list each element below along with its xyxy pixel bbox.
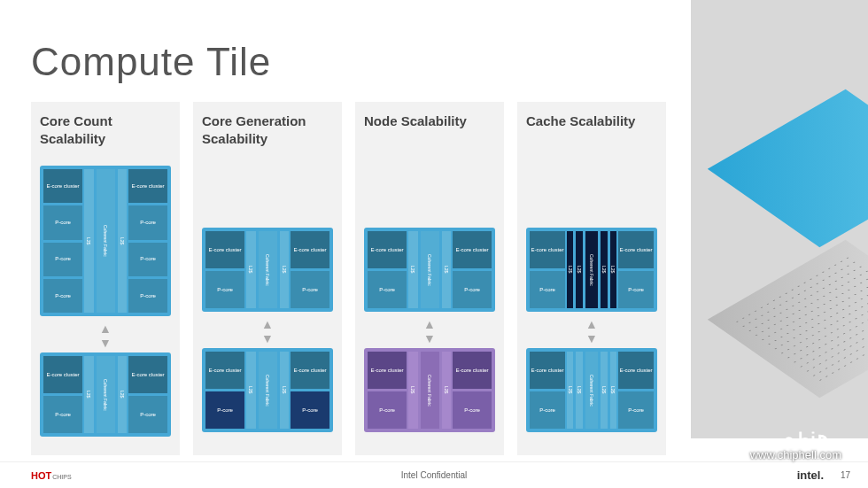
hero-graphic xyxy=(691,0,868,438)
swap-arrow-icon: ▲▼ xyxy=(40,321,171,350)
pcore-block: P-core xyxy=(43,205,82,239)
col-cache: Cache Scalability E-core clusterP-core L… xyxy=(517,102,666,455)
l2-block: L2$ xyxy=(84,169,94,313)
ecore-block: E-core cluster xyxy=(291,352,329,389)
ecore-block: E-core cluster xyxy=(128,356,167,393)
pcore-block: P-core xyxy=(530,271,565,308)
fabric-block: Coherent Fabric xyxy=(421,231,439,308)
ecore-block: E-core cluster xyxy=(43,356,82,393)
l2-block: L2$ xyxy=(576,352,582,429)
hotchips-logo: HOTCHIPS xyxy=(31,470,72,481)
ecore-block: E-core cluster xyxy=(368,231,407,268)
swap-arrow-icon: ▲▼ xyxy=(202,317,333,345)
l2-block: L2$ xyxy=(280,231,290,308)
fabric-block: Coherent Fabric xyxy=(585,231,599,308)
pcore-block: P-core xyxy=(453,271,492,308)
slide-title: Compute Tile xyxy=(31,40,271,84)
svg-point-0 xyxy=(852,451,859,458)
ecore-block: E-core cluster xyxy=(453,352,492,389)
l2-block: L2$ xyxy=(408,352,418,429)
col-core-count: Core Count Scalability E-core cluster P-… xyxy=(31,102,180,455)
l2-block: L2$ xyxy=(610,352,616,429)
pcore-block: P-core xyxy=(618,271,654,308)
ecore-block: E-core cluster xyxy=(205,352,244,389)
fabric-block: Coherent Fabric xyxy=(97,356,115,433)
pcore-block: P-core xyxy=(128,396,167,433)
fabric-block: Coherent Fabric xyxy=(97,169,115,313)
tile-purple: E-core clusterP-core L2$Coherent FabricL… xyxy=(364,348,495,432)
pcore-block: P-core xyxy=(128,243,167,276)
pcore-block: P-core xyxy=(530,391,565,429)
ecore-block: E-core cluster xyxy=(43,169,82,203)
col-head: Node Scalability xyxy=(364,112,495,148)
tile: E-core clusterP-core L2$L2$Coherent Fabr… xyxy=(526,348,657,432)
pcore-block: P-core xyxy=(43,396,82,433)
ecore-block: E-core cluster xyxy=(618,231,654,268)
l2-block: L2$ xyxy=(601,352,607,429)
footer: HOTCHIPS Intel Confidential intel. 17 xyxy=(0,461,868,488)
pcore-block: P-core xyxy=(43,243,82,276)
pcore-block: P-core xyxy=(128,205,167,239)
l2-block: L2$ xyxy=(601,231,607,308)
col-head: Cache Scalability xyxy=(526,112,657,148)
l2-block: L2$ xyxy=(576,231,582,308)
col-node: Node Scalability E-core clusterP-core L2… xyxy=(355,102,504,455)
columns: Core Count Scalability E-core cluster P-… xyxy=(31,102,666,455)
l2-block: L2$ xyxy=(567,352,573,429)
col-generation: Core Generation Scalability E-core clust… xyxy=(193,102,342,455)
col-head: Core Generation Scalability xyxy=(202,112,333,148)
ecore-block: E-core cluster xyxy=(291,231,329,268)
tile: E-core clusterP-core L2$Coherent FabricL… xyxy=(202,228,333,312)
page-number: 17 xyxy=(841,470,850,480)
swap-arrow-icon: ▲▼ xyxy=(526,317,657,345)
fabric-block: Coherent Fabric xyxy=(421,352,439,429)
l2-block: L2$ xyxy=(408,231,418,308)
ecore-block: E-core cluster xyxy=(530,352,565,389)
ecore-block: E-core cluster xyxy=(530,231,565,268)
pcore-block: P-core xyxy=(43,279,82,313)
l2-block: L2$ xyxy=(84,356,94,433)
l2-block: L2$ xyxy=(118,169,128,313)
ecore-block: E-core cluster xyxy=(368,352,407,389)
tile: E-core clusterP-core L2$Coherent FabricL… xyxy=(364,228,495,312)
ecore-block: E-core cluster xyxy=(205,231,244,268)
tile-big: E-core cluster P-core P-core P-core L2$ … xyxy=(40,166,171,316)
l2-block: L2$ xyxy=(246,352,256,429)
tile-small: E-core cluster P-core L2$Coherent Fabric… xyxy=(40,352,171,437)
ecore-block: E-core cluster xyxy=(618,352,654,389)
watermark-url: www.chiphell.com xyxy=(750,448,841,461)
pcore-block: P-core xyxy=(128,279,167,313)
l2-block: L2$ xyxy=(610,231,616,308)
pcore-block: P-core xyxy=(205,271,244,308)
intel-logo: intel. xyxy=(797,469,824,482)
tile-gen2: E-core clusterP-core L2$Coherent FabricL… xyxy=(202,348,333,432)
ecore-block: E-core cluster xyxy=(128,169,167,203)
fabric-block: Coherent Fabric xyxy=(259,352,277,429)
swap-arrow-icon: ▲▼ xyxy=(364,317,495,345)
pcore-block: P-core xyxy=(291,271,329,308)
pcore-block: P-core xyxy=(205,391,244,429)
fabric-block: Coherent Fabric xyxy=(585,352,599,429)
pcore-block: P-core xyxy=(618,391,654,429)
ecore-block: E-core cluster xyxy=(453,231,492,268)
pcore-block: P-core xyxy=(368,271,407,308)
confidential-label: Intel Confidential xyxy=(401,470,468,480)
col-head: Core Count Scalability xyxy=(40,112,171,148)
l2-block: L2$ xyxy=(567,231,573,308)
l2-block: L2$ xyxy=(246,231,256,308)
pcore-block: P-core xyxy=(368,391,407,429)
chip-render-bottom xyxy=(708,240,868,399)
pcore-block: P-core xyxy=(291,391,329,429)
l2-block: L2$ xyxy=(280,352,290,429)
fabric-block: Coherent Fabric xyxy=(259,231,277,308)
chip-render-top xyxy=(708,89,868,248)
l2-block: L2$ xyxy=(118,356,128,433)
pcore-block: P-core xyxy=(453,391,492,429)
l2-block: L2$ xyxy=(442,231,452,308)
tile: E-core clusterP-core L2$L2$Coherent Fabr… xyxy=(526,228,657,312)
l2-block: L2$ xyxy=(442,352,452,429)
